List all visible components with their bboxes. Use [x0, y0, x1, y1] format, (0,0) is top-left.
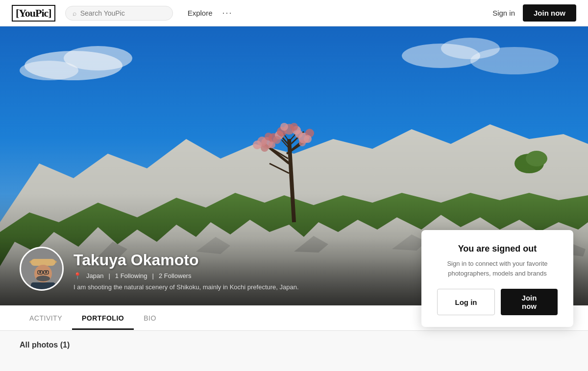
tab-portfolio[interactable]: PORTFOLIO [72, 306, 134, 330]
search-icon: ⌕ [73, 9, 76, 17]
svg-point-55 [45, 271, 47, 273]
signout-description: Sign in to connect with your favorite ph… [437, 259, 558, 278]
svg-point-59 [36, 276, 50, 281]
svg-point-54 [39, 271, 41, 273]
nav-right: Sign in Join now [492, 4, 576, 22]
location-icon: 📍 [74, 272, 81, 279]
explore-link[interactable]: Explore [188, 9, 213, 17]
tab-activity[interactable]: ACTIVITY [20, 306, 72, 330]
signout-title: You are signed out [437, 244, 558, 254]
navbar: [YouPic] ⌕ Explore ··· Sign in Join now [0, 0, 588, 26]
all-photos-title: All photos (1) [20, 341, 568, 349]
search-input[interactable] [80, 9, 166, 17]
join-now-button[interactable]: Join now [523, 4, 576, 22]
content-area: All photos (1) [0, 331, 588, 371]
avatar [20, 247, 64, 291]
more-nav-icon[interactable]: ··· [222, 8, 233, 18]
meta-divider-2: | [152, 272, 154, 279]
tab-bio[interactable]: BIO [134, 306, 166, 330]
svg-rect-60 [31, 282, 55, 291]
svg-rect-52 [31, 259, 55, 266]
followers-count[interactable]: 2 Followers [159, 272, 191, 279]
profile-bio: I am shooting the natural scenery of Shi… [74, 283, 328, 291]
nav-links: Explore ··· [188, 8, 492, 18]
meta-divider-1: | [108, 272, 110, 279]
log-in-button[interactable]: Log in [437, 289, 495, 315]
profile-location: Japan [86, 272, 103, 279]
following-count[interactable]: 1 Following [115, 272, 147, 279]
signout-actions: Log in Join now [437, 289, 558, 315]
search-bar: ⌕ [65, 6, 173, 21]
site-logo[interactable]: [YouPic] [12, 5, 55, 22]
signout-popup: You are signed out Sign in to connect wi… [421, 230, 573, 327]
join-now-popup-button[interactable]: Join now [501, 289, 558, 315]
tabs: ACTIVITY PORTFOLIO BIO [20, 306, 166, 330]
sign-in-button[interactable]: Sign in [492, 9, 515, 17]
